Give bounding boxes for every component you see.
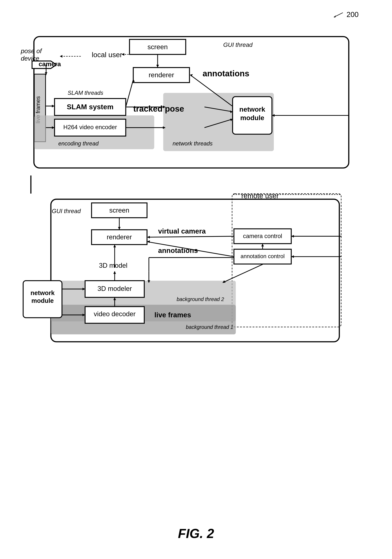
svg-marker-1 <box>334 15 336 18</box>
bottom-diagram: remote user screen GUI thread renderer v… <box>14 190 376 347</box>
virtual-camera-label: virtual camera <box>158 227 206 235</box>
svg-line-22 <box>126 80 133 107</box>
slam-threads-label: SLAM threads <box>68 90 103 96</box>
network-module-bottom-label: network <box>31 289 55 296</box>
svg-marker-66 <box>114 271 116 274</box>
camera-control-label: camera control <box>243 233 282 239</box>
live-frames-bottom-label: live frames <box>154 311 191 319</box>
gui-thread-bottom-label: GUI thread <box>52 208 81 214</box>
slam-system-label: SLAM system <box>67 103 114 111</box>
screen-label: screen <box>147 43 168 51</box>
3d-model-label: 3D model <box>99 262 127 269</box>
svg-marker-57 <box>147 240 150 243</box>
video-decoder-label: video decoder <box>94 310 135 318</box>
top-diagram-svg: camera live frames screen GUI thread ren… <box>14 25 376 176</box>
h264-label: H264 video encoder <box>63 124 117 130</box>
network-threads-label: network threads <box>172 140 213 147</box>
top-diagram: camera live frames screen GUI thread ren… <box>14 25 376 176</box>
local-user-label: local user <box>92 51 122 59</box>
svg-text:device: device <box>21 55 39 62</box>
annotations-label-top: annotations <box>203 69 249 78</box>
screen-bottom-label: screen <box>109 207 129 214</box>
svg-line-54 <box>148 236 234 237</box>
pose-of-device-label: pose of <box>21 47 42 55</box>
fig-caption: FIG. 2 <box>178 526 214 541</box>
renderer-label: renderer <box>149 71 174 79</box>
svg-text:module: module <box>240 114 264 121</box>
network-module-label-top: network <box>239 105 265 113</box>
annotations-bottom-label: annotations <box>158 247 198 254</box>
bottom-diagram-svg: remote user screen GUI thread renderer v… <box>14 190 376 347</box>
svg-marker-55 <box>147 236 150 238</box>
fig-ref-number: 200 <box>347 10 359 19</box>
tracked-pose-label: tracked pose <box>133 104 184 113</box>
annotation-control-label: annotation control <box>241 253 285 260</box>
svg-line-77 <box>223 264 263 282</box>
bg-thread-1-label: background thread 1 <box>186 324 233 330</box>
encoding-thread-label: encoding thread <box>58 140 99 147</box>
page: 200 camera live frames screen GUI thread… <box>0 0 392 559</box>
remote-user-label: remote user <box>241 192 279 200</box>
gui-thread-label: GUI thread <box>223 41 253 48</box>
arrow-200-icon <box>330 10 345 19</box>
svg-marker-37 <box>60 55 62 58</box>
renderer-bottom-label: renderer <box>107 233 132 241</box>
camera-label: camera <box>39 60 61 67</box>
bg-thread-2-label: background thread 2 <box>177 296 224 302</box>
svg-text:module: module <box>31 297 54 304</box>
3d-modeler-label: 3D modeler <box>98 285 132 292</box>
